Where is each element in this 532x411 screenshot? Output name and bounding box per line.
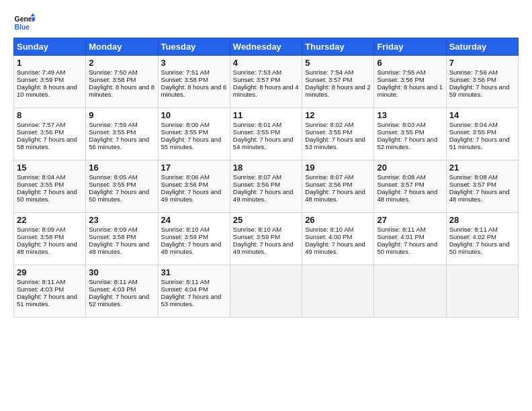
- daylight-text: Daylight: 8 hours and 2 minutes.: [305, 83, 371, 98]
- page: General Blue SundayMondayTuesdayWednesda…: [0, 0, 532, 324]
- day-cell: 18Sunrise: 8:07 AMSunset: 3:56 PMDayligh…: [230, 161, 302, 213]
- day-cell: 13Sunrise: 8:03 AMSunset: 3:55 PMDayligh…: [374, 108, 446, 161]
- daylight-text: Daylight: 7 hours and 56 minutes.: [89, 136, 149, 150]
- daylight-text: Daylight: 8 hours and 1 minute.: [377, 83, 443, 98]
- sunrise-text: Sunrise: 8:10 AM: [305, 226, 353, 233]
- sunset-text: Sunset: 3:58 PM: [17, 233, 64, 240]
- sunrise-text: Sunrise: 8:10 AM: [233, 226, 281, 233]
- day-cell: 3Sunrise: 7:51 AMSunset: 3:58 PMDaylight…: [158, 56, 230, 108]
- sunrise-text: Sunrise: 7:56 AM: [449, 68, 498, 76]
- day-number: 31: [161, 267, 227, 277]
- sunrise-text: Sunrise: 8:11 AM: [377, 226, 425, 233]
- day-number: 13: [377, 110, 443, 120]
- day-cell: 8Sunrise: 7:57 AMSunset: 3:56 PMDaylight…: [14, 108, 86, 161]
- daylight-text: Daylight: 7 hours and 49 minutes.: [233, 188, 294, 203]
- sunset-text: Sunset: 4:04 PM: [161, 285, 208, 293]
- week-row-2: 8Sunrise: 7:57 AMSunset: 3:56 PMDaylight…: [14, 108, 519, 161]
- sunset-text: Sunset: 3:55 PM: [89, 128, 136, 136]
- sunset-text: Sunset: 3:59 PM: [17, 76, 64, 83]
- day-number: 8: [17, 110, 83, 120]
- day-number: 19: [305, 163, 371, 173]
- sunset-text: Sunset: 3:55 PM: [305, 128, 352, 136]
- daylight-text: Daylight: 7 hours and 55 minutes.: [161, 136, 222, 150]
- sunset-text: Sunset: 4:01 PM: [377, 233, 424, 240]
- day-cell: 15Sunrise: 8:04 AMSunset: 3:55 PMDayligh…: [14, 161, 86, 213]
- day-number: 6: [377, 58, 443, 68]
- sunrise-text: Sunrise: 7:49 AM: [17, 68, 65, 76]
- sunrise-text: Sunrise: 8:06 AM: [161, 173, 210, 181]
- sunrise-text: Sunrise: 8:04 AM: [449, 121, 498, 128]
- header-cell-saturday: Saturday: [446, 38, 518, 56]
- daylight-text: Daylight: 7 hours and 49 minutes.: [305, 240, 365, 255]
- daylight-text: Daylight: 7 hours and 58 minutes.: [17, 136, 77, 150]
- sunrise-text: Sunrise: 8:08 AM: [377, 173, 425, 181]
- sunrise-text: Sunrise: 8:11 AM: [161, 278, 210, 285]
- day-number: 5: [305, 58, 371, 68]
- day-cell: [446, 265, 518, 318]
- day-cell: [230, 265, 302, 318]
- sunrise-text: Sunrise: 7:59 AM: [89, 121, 137, 128]
- daylight-text: Daylight: 8 hours and 8 minutes.: [89, 83, 154, 98]
- sunrise-text: Sunrise: 8:04 AM: [17, 173, 65, 181]
- sunset-text: Sunset: 3:57 PM: [233, 76, 280, 83]
- daylight-text: Daylight: 7 hours and 52 minutes.: [89, 293, 149, 308]
- day-number: 1: [17, 58, 83, 68]
- day-cell: 31Sunrise: 8:11 AMSunset: 4:04 PMDayligh…: [158, 265, 230, 318]
- daylight-text: Daylight: 7 hours and 54 minutes.: [233, 136, 294, 150]
- day-cell: 12Sunrise: 8:02 AMSunset: 3:55 PMDayligh…: [302, 108, 374, 161]
- day-cell: 21Sunrise: 8:08 AMSunset: 3:57 PMDayligh…: [446, 161, 518, 213]
- daylight-text: Daylight: 7 hours and 50 minutes.: [17, 188, 77, 203]
- daylight-text: Daylight: 8 hours and 4 minutes.: [233, 83, 299, 98]
- day-number: 10: [161, 110, 227, 120]
- sunset-text: Sunset: 3:56 PM: [161, 181, 208, 188]
- sunset-text: Sunset: 3:55 PM: [449, 128, 496, 136]
- daylight-text: Daylight: 7 hours and 59 minutes.: [449, 83, 510, 98]
- daylight-text: Daylight: 7 hours and 49 minutes.: [233, 240, 294, 255]
- sunrise-text: Sunrise: 8:07 AM: [233, 173, 281, 181]
- day-number: 22: [17, 215, 83, 225]
- sunrise-text: Sunrise: 7:54 AM: [305, 68, 353, 76]
- sunset-text: Sunset: 3:59 PM: [161, 233, 208, 240]
- sunset-text: Sunset: 3:57 PM: [305, 76, 352, 83]
- daylight-text: Daylight: 7 hours and 48 minutes.: [89, 240, 149, 255]
- week-row-4: 22Sunrise: 8:09 AMSunset: 3:58 PMDayligh…: [14, 213, 519, 265]
- calendar-header: SundayMondayTuesdayWednesdayThursdayFrid…: [14, 38, 519, 56]
- sunrise-text: Sunrise: 8:07 AM: [305, 173, 353, 181]
- sunrise-text: Sunrise: 8:00 AM: [161, 121, 210, 128]
- day-cell: 16Sunrise: 8:05 AMSunset: 3:55 PMDayligh…: [86, 161, 158, 213]
- calendar-body: 1Sunrise: 7:49 AMSunset: 3:59 PMDaylight…: [14, 56, 519, 318]
- day-number: 23: [89, 215, 154, 225]
- calendar-table: SundayMondayTuesdayWednesdayThursdayFrid…: [13, 38, 519, 318]
- daylight-text: Daylight: 7 hours and 52 minutes.: [377, 136, 437, 150]
- day-number: 7: [449, 58, 515, 68]
- sunset-text: Sunset: 4:02 PM: [449, 233, 496, 240]
- daylight-text: Daylight: 7 hours and 48 minutes.: [305, 188, 365, 203]
- sunset-text: Sunset: 4:03 PM: [17, 285, 64, 293]
- sunrise-text: Sunrise: 8:11 AM: [449, 226, 498, 233]
- day-cell: 19Sunrise: 8:07 AMSunset: 3:56 PMDayligh…: [302, 161, 374, 213]
- day-cell: 6Sunrise: 7:55 AMSunset: 3:56 PMDaylight…: [374, 56, 446, 108]
- sunset-text: Sunset: 4:03 PM: [89, 285, 136, 293]
- day-cell: 22Sunrise: 8:09 AMSunset: 3:58 PMDayligh…: [14, 213, 86, 265]
- sunrise-text: Sunrise: 7:55 AM: [377, 68, 425, 76]
- header: General Blue: [13, 12, 519, 34]
- day-number: 11: [233, 110, 299, 120]
- sunset-text: Sunset: 3:56 PM: [17, 128, 64, 136]
- day-number: 9: [89, 110, 154, 120]
- day-number: 12: [305, 110, 371, 120]
- day-cell: 9Sunrise: 7:59 AMSunset: 3:55 PMDaylight…: [86, 108, 158, 161]
- day-cell: 7Sunrise: 7:56 AMSunset: 3:56 PMDaylight…: [446, 56, 518, 108]
- daylight-text: Daylight: 7 hours and 50 minutes.: [377, 240, 437, 255]
- daylight-text: Daylight: 8 hours and 10 minutes.: [17, 83, 77, 98]
- sunset-text: Sunset: 3:56 PM: [449, 76, 496, 83]
- day-cell: 29Sunrise: 8:11 AMSunset: 4:03 PMDayligh…: [14, 265, 86, 318]
- day-cell: 26Sunrise: 8:10 AMSunset: 4:00 PMDayligh…: [302, 213, 374, 265]
- sunset-text: Sunset: 4:00 PM: [305, 233, 352, 240]
- day-number: 29: [17, 267, 83, 277]
- day-cell: 28Sunrise: 8:11 AMSunset: 4:02 PMDayligh…: [446, 213, 518, 265]
- day-number: 17: [161, 163, 227, 173]
- day-number: 21: [449, 163, 515, 173]
- daylight-text: Daylight: 7 hours and 53 minutes.: [161, 293, 222, 308]
- daylight-text: Daylight: 8 hours and 6 minutes.: [161, 83, 227, 98]
- day-number: 16: [89, 163, 154, 173]
